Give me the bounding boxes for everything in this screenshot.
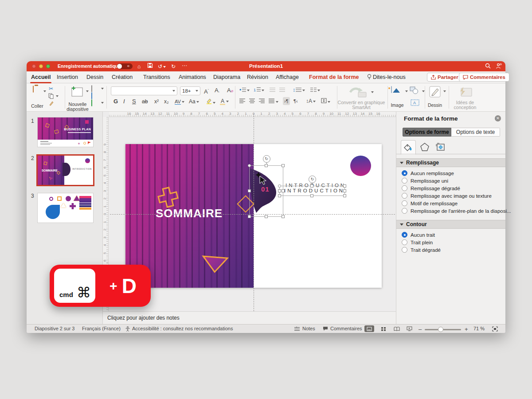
nouvelle-diapositive-button[interactable]	[70, 86, 83, 99]
radio-remplissage-degrade[interactable]: Remplissage dégradé	[402, 185, 460, 191]
tab-creation[interactable]: Création	[112, 74, 133, 80]
section-remplissage[interactable]: Remplissage	[396, 158, 505, 167]
selection-handle[interactable]	[278, 194, 281, 197]
copy-icon[interactable]	[48, 93, 54, 100]
selection-handle[interactable]	[282, 215, 285, 218]
radio-trait-plein[interactable]: Trait plein	[402, 239, 433, 245]
superscript-button[interactable]: x²	[154, 98, 159, 105]
align-center-icon[interactable]	[249, 98, 255, 105]
section-dropdown-icon[interactable]	[101, 102, 104, 104]
rotate-handle-icon[interactable]: ↻	[309, 176, 316, 183]
tab-diaporama[interactable]: Diaporama	[213, 74, 240, 80]
tab-animations[interactable]: Animations	[179, 74, 206, 80]
selection-handle[interactable]	[265, 215, 268, 218]
selection-handle[interactable]	[248, 189, 251, 192]
slide-thumbnail-1[interactable]: BUSINESS PLAN ＋	[38, 117, 93, 147]
selection-handle[interactable]	[343, 189, 346, 192]
tab-revision[interactable]: Révision	[247, 74, 268, 80]
layout-button[interactable]	[91, 86, 92, 92]
autofit-button[interactable]	[321, 98, 330, 105]
font-size-combobox[interactable]: 18+	[180, 86, 200, 95]
tab-options-de-texte[interactable]: Options de texte	[451, 128, 500, 137]
tab-format-de-la-forme[interactable]: Format de la forme	[309, 74, 359, 80]
slide-thumbnail-2-selected[interactable]: SOMMAIRE INTRODUCTION	[38, 156, 93, 185]
layout-dropdown-icon[interactable]	[101, 88, 104, 90]
selection-handle[interactable]	[310, 194, 313, 197]
radio-trait-degrade[interactable]: Trait dégradé	[402, 247, 441, 253]
close-panel-icon[interactable]: ✕	[495, 115, 501, 121]
accessibility-status[interactable]: Accessibilité : consultez nos recommanda…	[132, 326, 233, 331]
tab-dites-le-nous[interactable]: Dites-le-nous	[367, 74, 406, 80]
tab-insertion[interactable]: Insertion	[57, 74, 78, 80]
format-painter-icon[interactable]	[49, 101, 54, 107]
decrease-font-icon[interactable]: Aˇ	[215, 87, 219, 96]
selection-handle[interactable]	[310, 184, 313, 188]
search-icon[interactable]	[485, 63, 491, 69]
section-button[interactable]	[91, 100, 92, 106]
horizontal-guide[interactable]	[110, 214, 395, 215]
zoom-slider[interactable]	[425, 329, 461, 330]
cut-icon[interactable]: ✂	[49, 86, 53, 92]
increase-indent-icon[interactable]	[279, 87, 285, 93]
character-spacing-button[interactable]: AV	[175, 98, 184, 105]
bullets-button[interactable]: •	[239, 87, 250, 93]
triangle-shape[interactable]	[201, 250, 231, 275]
section-contour[interactable]: Contour	[396, 220, 505, 229]
columns-button[interactable]	[310, 87, 320, 93]
dessin-dropdown-icon[interactable]	[443, 90, 446, 92]
selection-handle[interactable]	[278, 189, 281, 192]
numbering-button[interactable]: 1	[254, 87, 264, 93]
bold-button[interactable]: G	[113, 98, 118, 105]
tab-accueil[interactable]: Accueil	[31, 74, 51, 80]
notes-pane[interactable]: Cliquez pour ajouter des notes	[103, 311, 396, 324]
selection-handle[interactable]	[248, 164, 251, 167]
align-left-icon[interactable]	[239, 98, 246, 105]
subscript-button[interactable]: x₂	[164, 98, 169, 105]
nouvelle-diapositive-dropdown-icon[interactable]	[86, 90, 89, 92]
image-button[interactable]	[391, 86, 392, 93]
fit-to-window-icon[interactable]	[492, 326, 498, 332]
line-spacing-button[interactable]: ↕	[293, 87, 305, 93]
change-case-button[interactable]: Aa	[189, 98, 199, 105]
selection-handle[interactable]	[248, 215, 251, 218]
zoom-out-button[interactable]: –	[419, 326, 422, 332]
coller-dropdown-icon[interactable]	[43, 90, 46, 92]
selection-handle[interactable]	[282, 164, 285, 167]
clear-formatting-icon[interactable]: A⌀	[227, 87, 233, 94]
selection-handle[interactable]	[265, 164, 268, 167]
tab-dessin[interactable]: Dessin	[86, 74, 103, 80]
shapes-button[interactable]	[410, 86, 419, 96]
zoom-slider-knob[interactable]	[438, 327, 443, 332]
rotate-handle-icon[interactable]: ↻	[263, 155, 270, 163]
decrease-indent-icon[interactable]	[270, 87, 275, 93]
language-indicator[interactable]: Français (France)	[82, 326, 121, 331]
align-right-icon[interactable]	[259, 98, 265, 105]
dessin-button[interactable]	[429, 86, 441, 99]
textbox-icon[interactable]: A	[411, 99, 419, 107]
commentaires-button[interactable]: Commentaires	[459, 73, 509, 82]
highlight-color-icon[interactable]	[206, 98, 215, 106]
selection-handle[interactable]	[343, 184, 346, 188]
strikethrough-button[interactable]: ab	[142, 98, 148, 105]
radio-remplissage-arriere-plan[interactable]: Remplissage de l'arrière-plan de la diap…	[402, 208, 511, 214]
account-icon[interactable]	[496, 63, 502, 69]
font-name-combobox[interactable]	[111, 86, 177, 95]
radio-aucun-remplissage[interactable]: Aucun remplissage	[402, 170, 454, 176]
italic-button[interactable]: I	[123, 98, 125, 105]
rtl-direction-toggle[interactable]: ¶‹	[293, 98, 298, 104]
slide-thumbnail-3[interactable]	[38, 193, 93, 223]
selection-handle[interactable]	[343, 194, 346, 197]
slideshow-view-button[interactable]	[404, 325, 414, 332]
radio-remplissage-image[interactable]: Remplissage avec image ou texture	[402, 193, 492, 199]
tab-options-de-forme[interactable]: Options de forme	[403, 128, 451, 137]
textbox-selection-box[interactable]: ↻	[279, 186, 345, 196]
tab-transitions[interactable]: Transitions	[143, 74, 170, 80]
font-color-icon[interactable]: A	[220, 98, 229, 105]
tab-affichage[interactable]: Affichage	[276, 74, 299, 80]
justify-icon[interactable]	[269, 98, 278, 105]
zoom-in-button[interactable]: +	[465, 326, 468, 332]
normal-view-button[interactable]	[364, 325, 374, 332]
image-dropdown-icon[interactable]	[405, 90, 408, 92]
reading-view-button[interactable]	[392, 325, 402, 332]
notes-toggle[interactable]: Notes	[302, 326, 315, 331]
